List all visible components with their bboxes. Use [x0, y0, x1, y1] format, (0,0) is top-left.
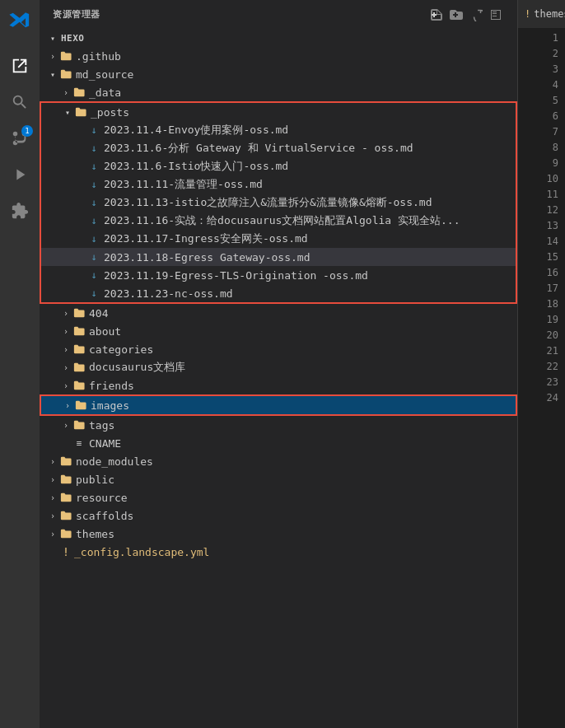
- friends-arrow-icon: ›: [59, 379, 72, 392]
- friends-folder-label: friends: [89, 380, 134, 392]
- file6-md-icon: ↓: [87, 214, 100, 227]
- list-item[interactable]: › ↓ 2023.11.23-nc-oss.md: [41, 284, 516, 302]
- 404-folder[interactable]: › 404: [40, 304, 517, 322]
- docusaurus-folder-icon: [72, 361, 86, 374]
- editor-gutter: ! themes › n 1 2 3 4 5 6 7 8 9 10 11 12 …: [517, 0, 565, 728]
- scaffolds-folder[interactable]: › scaffolds: [40, 506, 517, 525]
- list-item[interactable]: › ↓ 2023.11.6-Istio快速入门-oss.md: [41, 157, 516, 175]
- github-arrow-icon: ›: [46, 49, 59, 63]
- line-number: 13: [542, 218, 558, 234]
- data-folder[interactable]: › _data: [40, 83, 517, 101]
- list-item[interactable]: › ↓ 2023.11.13-istio之故障注入&流量拆分&流量镜像&熔断-o…: [41, 194, 516, 212]
- file7-md-icon: ↓: [87, 232, 100, 245]
- scaffolds-arrow-icon: ›: [46, 509, 59, 522]
- line-number: 1: [542, 30, 558, 46]
- config-landscape-file[interactable]: › ! _config.landscape.yml: [40, 543, 517, 561]
- md-source-folder[interactable]: ▾ md_source: [40, 65, 517, 83]
- file4-label: 2023.11.11-流量管理-oss.md: [104, 177, 263, 192]
- themes-folder[interactable]: › themes: [40, 525, 517, 543]
- file5-md-icon: ↓: [87, 196, 100, 209]
- friends-folder-icon: [72, 379, 86, 392]
- posts-folder-icon: [74, 105, 87, 119]
- about-folder-icon: [72, 324, 86, 338]
- activity-bar: 1: [0, 0, 40, 728]
- node-modules-arrow-icon: ›: [46, 455, 59, 468]
- node-modules-folder[interactable]: › node_modules: [40, 452, 517, 470]
- source-control-badge: 1: [21, 125, 33, 137]
- hexo-arrow-icon: ▾: [46, 34, 59, 43]
- github-label: .github: [76, 50, 121, 63]
- line-number: 18: [542, 296, 558, 312]
- list-item[interactable]: › ↓ 2023.11.18-Egress Gateway-oss.md: [41, 248, 516, 266]
- posts-section-outline: ▾ _posts › ↓ 2023.11.4-Envoy使用案例-oss.md …: [40, 101, 517, 304]
- line-number: 11: [542, 187, 558, 203]
- cname-file[interactable]: › ≡ CNAME: [40, 434, 517, 452]
- file9-label: 2023.11.19-Egress-TLS-Origination -oss.m…: [104, 269, 368, 282]
- collapse-all-icon[interactable]: [488, 7, 504, 23]
- line-number: 5: [542, 93, 558, 109]
- friends-folder[interactable]: › friends: [40, 376, 517, 394]
- list-item[interactable]: › ↓ 2023.11.11-流量管理-oss.md: [41, 175, 516, 194]
- new-folder-icon[interactable]: [448, 7, 465, 23]
- file-tree: ▾ HEXO › .github ▾ md_source: [40, 29, 517, 728]
- cname-file-icon: ≡: [72, 436, 86, 450]
- 404-arrow-icon: ›: [59, 306, 72, 320]
- line-number: 7: [542, 124, 558, 140]
- docusaurus-folder[interactable]: › docusaurus文档库: [40, 358, 517, 376]
- tags-folder[interactable]: › tags: [40, 416, 517, 434]
- node-modules-label: node_modules: [76, 455, 153, 468]
- line-number: 2: [542, 46, 558, 62]
- sidebar-header-icons: [428, 7, 504, 23]
- hexo-root-folder[interactable]: ▾ HEXO: [40, 29, 517, 47]
- run-activity-icon[interactable]: [3, 158, 36, 191]
- resource-label: resource: [76, 492, 128, 504]
- line-number: 23: [542, 375, 558, 390]
- posts-folder[interactable]: ▾ _posts: [41, 103, 516, 121]
- list-item[interactable]: › ↓ 2023.11.17-Ingress安全网关-oss.md: [41, 230, 516, 248]
- about-folder-label: about: [89, 325, 121, 338]
- line-number: 6: [542, 109, 558, 124]
- line-number: 17: [542, 281, 558, 296]
- list-item[interactable]: › ↓ 2023.11.4-Envoy使用案例-oss.md: [41, 121, 516, 139]
- file2-md-icon: ↓: [87, 142, 100, 155]
- list-item[interactable]: › ↓ 2023.11.19-Egress-TLS-Origination -o…: [41, 266, 516, 284]
- new-file-icon[interactable]: [428, 7, 445, 23]
- images-folder[interactable]: › images: [41, 396, 516, 414]
- themes-arrow-icon: ›: [46, 527, 59, 540]
- github-folder[interactable]: › .github: [40, 47, 517, 65]
- refresh-icon[interactable]: [468, 7, 484, 23]
- list-item[interactable]: › ↓ 2023.11.6-分析 Gateway 和 VirtualServic…: [41, 139, 516, 157]
- 404-folder-label: 404: [89, 307, 108, 320]
- line-number: 21: [542, 343, 558, 359]
- file7-label: 2023.11.17-Ingress安全网关-oss.md: [104, 231, 308, 246]
- source-control-activity-icon[interactable]: 1: [3, 122, 36, 155]
- line-number: 19: [542, 312, 558, 328]
- sidebar-title: 资源管理器: [53, 8, 100, 21]
- line-number: 3: [542, 62, 558, 77]
- extensions-activity-icon[interactable]: [3, 194, 36, 227]
- data-folder-icon: [72, 86, 86, 99]
- main-content: 资源管理器: [40, 0, 565, 728]
- search-activity-icon[interactable]: [3, 86, 36, 119]
- explorer-activity-icon[interactable]: [3, 49, 36, 82]
- public-folder[interactable]: › public: [40, 470, 517, 488]
- resource-folder[interactable]: › resource: [40, 488, 517, 506]
- list-item[interactable]: › ↓ 2023.11.16-实战：给docusaurus文档网站配置Algol…: [41, 212, 516, 230]
- file3-md-icon: ↓: [87, 160, 100, 173]
- posts-arrow-icon: ▾: [61, 105, 74, 119]
- file2-label: 2023.11.6-分析 Gateway 和 VirtualService - …: [104, 141, 413, 156]
- categories-folder-label: categories: [89, 343, 153, 356]
- resource-arrow-icon: ›: [46, 491, 59, 504]
- themes-folder-icon: [59, 527, 72, 540]
- config-warning-icon: !: [59, 545, 72, 558]
- data-arrow-icon: ›: [59, 86, 72, 99]
- github-folder-icon: [59, 49, 72, 63]
- about-folder[interactable]: › about: [40, 322, 517, 340]
- editor-breadcrumb: ! themes › n: [518, 0, 565, 29]
- categories-folder[interactable]: › categories: [40, 340, 517, 358]
- file4-md-icon: ↓: [87, 178, 100, 191]
- node-modules-folder-icon: [59, 455, 72, 468]
- breadcrumb-warning-icon: !: [525, 8, 530, 20]
- file10-label: 2023.11.23-nc-oss.md: [104, 287, 233, 300]
- line-numbers: 1 2 3 4 5 6 7 8 9 10 11 12 13 14 15 16 1…: [518, 29, 565, 406]
